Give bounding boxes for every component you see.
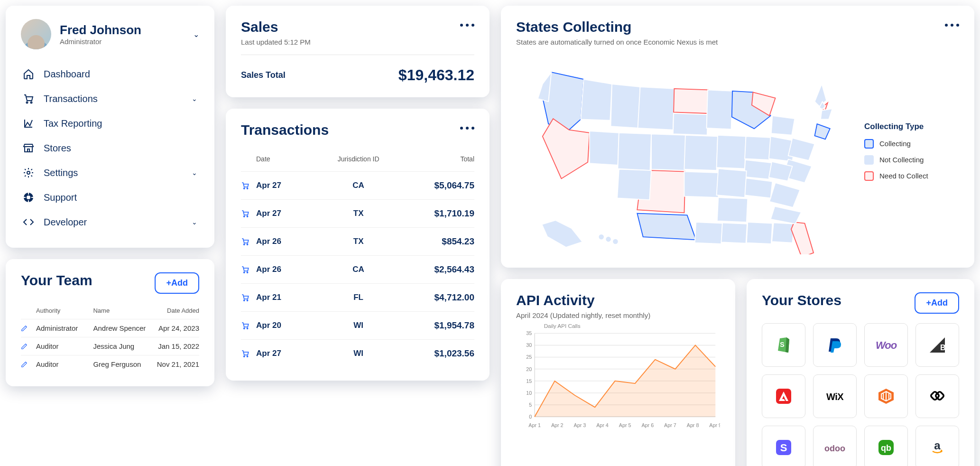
store-tile-squarespace[interactable] (915, 374, 959, 418)
cart-icon (241, 237, 256, 246)
store-tile-odoo[interactable]: odoo (813, 426, 857, 466)
bigcommerce-logo-icon: B (927, 335, 948, 355)
svg-point-12 (247, 216, 248, 217)
nav-label: Stores (44, 143, 71, 154)
svg-text:Apr 4: Apr 4 (596, 422, 609, 428)
tx-date: Apr 21 (256, 293, 324, 302)
store-tile-stripe[interactable]: S (762, 426, 805, 466)
svg-point-9 (244, 188, 245, 189)
svg-text:Apr 2: Apr 2 (551, 422, 564, 428)
transaction-row[interactable]: Apr 27 CA $5,064.75 (241, 172, 474, 200)
svg-point-16 (247, 272, 248, 273)
team-authority: Auditor (36, 342, 89, 350)
chevron-down-icon: ⌄ (192, 169, 197, 177)
nav-item-stores[interactable]: Stores (21, 136, 199, 160)
profile-header[interactable]: Fred Johnson Administrator ⌄ (21, 19, 199, 49)
store-tile-paypal[interactable] (813, 323, 857, 367)
tx-jurisdiction: WI (324, 321, 393, 330)
nav-label: Settings (44, 168, 78, 178)
nav-label: Transactions (44, 93, 98, 104)
cart-icon (241, 293, 256, 302)
profile-role: Administrator (60, 37, 141, 46)
legend-label: Need to Collect (879, 172, 928, 180)
cart-icon (241, 181, 256, 190)
api-card: API Activity April 2024 (Updated nightly… (501, 279, 735, 466)
states-title: States Collecting (516, 19, 718, 35)
transactions-title: Transactions (241, 122, 329, 138)
states-menu-icon[interactable] (945, 19, 959, 27)
transactions-menu-icon[interactable] (460, 122, 474, 130)
tx-date: Apr 27 (256, 209, 324, 218)
store-tile-bigcommerce[interactable]: B (915, 323, 959, 367)
tx-total: $5,064.75 (393, 180, 475, 191)
tx-header-total: Total (393, 155, 475, 163)
svg-point-21 (244, 356, 245, 357)
chevron-down-icon[interactable]: ⌄ (193, 30, 199, 39)
transaction-row[interactable]: Apr 26 CA $2,564.43 (241, 256, 474, 284)
cart-icon (241, 349, 256, 358)
tx-total: $1,710.19 (393, 208, 475, 219)
profile-name: Fred Johnson (60, 23, 141, 37)
legend-item: Need to Collect (864, 171, 959, 181)
store-tile-quickbooks[interactable]: qb (864, 426, 908, 466)
legend-label: Not Collecting (879, 156, 924, 164)
transaction-row[interactable]: Apr 27 WI $1,023.56 (241, 340, 474, 367)
nav-item-tax-reporting[interactable]: Tax Reporting (21, 111, 199, 136)
code-icon (23, 216, 34, 228)
svg-text:10: 10 (526, 390, 532, 396)
states-card: States Collecting States are automatical… (501, 6, 974, 268)
svg-text:15: 15 (526, 378, 532, 384)
store-tile-amazon[interactable]: a (915, 426, 959, 466)
legend: Collecting Type CollectingNot Collecting… (864, 122, 959, 187)
quickbooks-logo-icon: qb (876, 437, 897, 458)
nav-item-developer[interactable]: Developer ⌄ (21, 210, 199, 234)
edit-icon[interactable] (21, 325, 32, 332)
svg-text:Apr 5: Apr 5 (619, 422, 631, 428)
store-tile-adobe[interactable] (762, 374, 805, 418)
sales-menu-icon[interactable] (460, 19, 474, 27)
svg-point-13 (244, 244, 245, 245)
stores-card: Your Stores +Add SWooBWiXSodooqba (747, 279, 974, 466)
edit-icon[interactable] (21, 361, 32, 368)
edit-icon[interactable] (21, 343, 32, 350)
transaction-row[interactable]: Apr 21 FL $4,712.00 (241, 284, 474, 312)
svg-point-19 (244, 328, 245, 329)
team-date: Jan 15, 2022 (155, 342, 199, 350)
tx-total: $2,564.43 (393, 264, 475, 275)
svg-point-20 (247, 328, 248, 329)
add-store-button[interactable]: +Add (915, 292, 959, 314)
add-team-button[interactable]: +Add (155, 272, 199, 294)
sales-total-label: Sales Total (241, 70, 286, 80)
svg-rect-7 (23, 197, 26, 198)
store-tile-magento[interactable] (864, 374, 908, 418)
team-authority: Administrator (36, 324, 89, 332)
gear-icon (23, 167, 34, 178)
transaction-row[interactable]: Apr 20 WI $1,954.78 (241, 312, 474, 340)
nav-item-transactions[interactable]: Transactions ⌄ (21, 86, 199, 111)
transaction-row[interactable]: Apr 26 TX $854.23 (241, 228, 474, 256)
tx-date: Apr 26 (256, 265, 324, 274)
amazon-logo-icon: a (927, 437, 948, 458)
team-card: Your Team +Add Authority Name Date Added… (6, 259, 214, 386)
sales-title: Sales (241, 19, 311, 35)
nav-item-support[interactable]: Support (21, 185, 199, 210)
team-name: Andrew Spencer (93, 324, 151, 332)
svg-point-2 (27, 171, 30, 174)
tx-total: $854.23 (393, 236, 475, 247)
svg-text:0: 0 (529, 414, 532, 419)
svg-text:a: a (934, 439, 941, 452)
profile-nav-card: Fred Johnson Administrator ⌄ Dashboard T… (6, 6, 214, 248)
support-icon (23, 192, 34, 203)
team-header-name: Name (93, 307, 151, 314)
store-tile-woocommerce[interactable]: Woo (864, 323, 908, 367)
store-tile-shopify[interactable]: S (762, 323, 805, 367)
nav-item-settings[interactable]: Settings ⌄ (21, 160, 199, 185)
svg-text:S: S (780, 341, 784, 348)
nav-label: Developer (44, 217, 87, 228)
tx-date: Apr 20 (256, 321, 324, 330)
store-tile-wix[interactable]: WiX (813, 374, 857, 418)
team-name: Greg Ferguson (93, 360, 151, 368)
nav-item-dashboard[interactable]: Dashboard (21, 62, 199, 86)
team-row: Auditor Greg Ferguson Nov 21, 2021 (21, 355, 199, 373)
transaction-row[interactable]: Apr 27 TX $1,710.19 (241, 200, 474, 228)
